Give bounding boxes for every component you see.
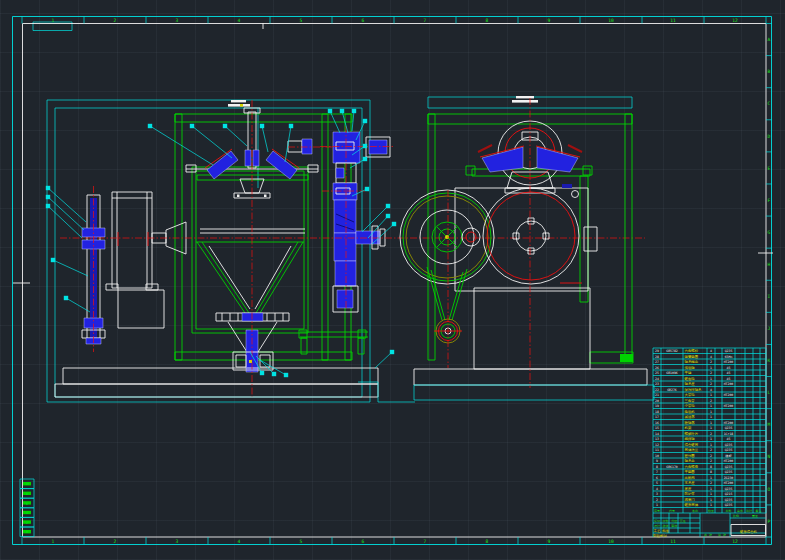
part-code: GB276 [667, 388, 677, 392]
part-no: 12 [655, 443, 659, 447]
part-no: 6 [656, 476, 658, 480]
part-material: Q235 [725, 448, 733, 452]
part-qty: 1 [710, 410, 712, 414]
zone-number-bottom: 5 [300, 539, 303, 544]
part-material: Q235 [725, 470, 733, 474]
part-no: 14 [655, 432, 659, 436]
svg-text:2: 2 [26, 521, 28, 525]
part-qty: 2 [710, 459, 712, 463]
drawing-title: 锥形混合机 [739, 529, 758, 534]
part-material: Q235 [725, 349, 733, 353]
stage-mark-label: 阶段标记 [653, 533, 667, 538]
zone-labels: 123456789101112123456789101112ABCDEFGHIJ… [52, 18, 771, 544]
cad-viewport: 123456789101112123456789101112ABCDEFGHIJ… [0, 0, 785, 560]
tb-proc-label: 工艺 [654, 529, 661, 533]
part-no: 19 [655, 404, 659, 408]
tb-mark-label: 处数 [662, 519, 669, 523]
svg-text:0: 0 [26, 530, 28, 534]
zone-letter-right: G [768, 230, 771, 235]
part-no: 20 [655, 399, 659, 403]
zone-letter-right: P [768, 519, 771, 524]
part-qty: 1 [710, 404, 712, 408]
part-qty: 2 [710, 360, 712, 364]
part-material: HT200 [724, 360, 734, 364]
callout-square [352, 109, 356, 113]
part-qty: 1 [710, 426, 712, 430]
part-name: 底座 [685, 487, 692, 491]
zone-number-top: 10 [608, 18, 614, 23]
part-qty: 1 [710, 503, 712, 507]
zone-letter-right: I [768, 294, 771, 299]
parts-list: 29GB5782六角螺栓4Q23528弹簧垫圈465Mn27轴承端盖2HT200… [653, 348, 766, 513]
parts-header: 总计 [745, 509, 752, 513]
part-name: 深沟球轴承 [685, 388, 703, 392]
tb-mark-label: 更改 [680, 519, 686, 523]
zone-number-bottom: 3 [176, 539, 179, 544]
discharge-assembly [228, 322, 277, 372]
part-material: HT200 [724, 421, 734, 425]
page-count-label: 第 张 [718, 533, 726, 537]
callout-square [260, 124, 264, 128]
part-material: 45 [727, 377, 731, 381]
parts-header: 名称 [692, 509, 698, 513]
callout-square [363, 157, 367, 161]
callout-square [363, 144, 367, 148]
parts-header: 材料 [725, 509, 732, 513]
part-name: 弹簧垫圈 [685, 354, 699, 359]
parts-header: 单件 [737, 509, 743, 513]
tb-mark-label: 分区 [671, 519, 677, 523]
part-material: Q235 [725, 443, 733, 447]
part-material: Q215 [725, 492, 733, 496]
part-no: 15 [655, 426, 659, 430]
tb-mark-label: 标记 [653, 519, 660, 523]
part-material: Q235 [725, 498, 733, 502]
part-qty: 4 [710, 388, 712, 392]
part-material: HT200 [724, 459, 734, 463]
part-name: 小带轮 [685, 403, 696, 408]
zone-number-top: 6 [362, 18, 365, 23]
part-qty: 2 [710, 481, 712, 485]
part-qty: 1 [710, 415, 712, 419]
parts-header: 数量 [708, 509, 714, 513]
part-no: 16 [655, 421, 659, 425]
tb-sign-label: 校核 [662, 524, 669, 528]
zone-letter-right: J [768, 326, 771, 331]
sheet-inner-border [23, 24, 767, 538]
zone-number-bottom: 1 [52, 539, 55, 544]
stack-text-blob [228, 104, 250, 107]
right-view [400, 96, 654, 400]
part-no: 21 [655, 393, 659, 397]
parts-header: 代号 [669, 509, 675, 513]
part-no: 8 [656, 465, 658, 469]
part-name: 混合锥筒 [685, 442, 699, 447]
zone-number-top: 9 [548, 18, 551, 23]
part-material: 1Cr18 [724, 432, 734, 436]
part-qty: 1 [710, 421, 712, 425]
sheet-count-label: 共 张 [704, 533, 712, 537]
parts-header: 备注 [756, 509, 762, 513]
part-no: 7 [656, 470, 658, 474]
part-name: 轴承端盖 [684, 360, 699, 364]
part-qty: 1 [710, 377, 712, 381]
left-foundation [55, 368, 415, 402]
tb-proc-label: 批准 [662, 529, 669, 533]
zone-number-bottom: 12 [732, 539, 738, 544]
zone-number-bottom: 8 [486, 539, 489, 544]
part-qty: 2 [710, 399, 712, 403]
part-no: 13 [655, 437, 659, 441]
flywheel [483, 188, 579, 284]
zone-number-bottom: 11 [670, 539, 676, 544]
part-qty: 1 [710, 443, 712, 447]
part-qty: 2 [710, 371, 712, 375]
part-qty: 1 [710, 366, 712, 370]
part-name: 锥形筒体 [684, 502, 699, 507]
callout-square [51, 258, 55, 262]
part-no: 26 [655, 366, 659, 370]
zone-number-top: 7 [424, 18, 427, 23]
zone-letter-right: E [768, 166, 771, 171]
part-no: 18 [655, 410, 659, 414]
zone-letter-right: H [768, 262, 771, 267]
right-foundation [414, 369, 654, 400]
svg-text:6: 6 [26, 502, 28, 506]
part-name: 锥齿轮 [684, 376, 696, 381]
